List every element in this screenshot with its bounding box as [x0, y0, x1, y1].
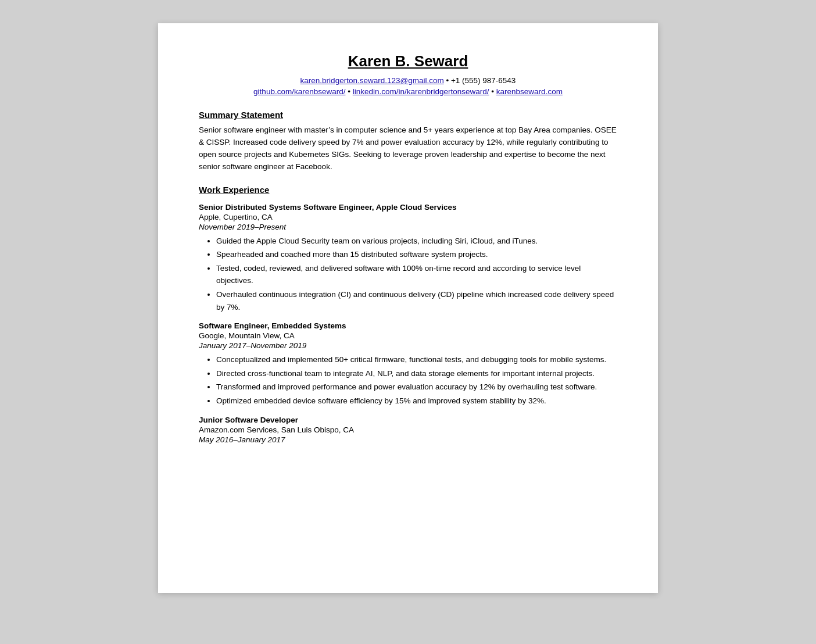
job-dates-3: May 2016–January 2017 [199, 435, 617, 444]
job-dates-2: January 2017–November 2019 [199, 341, 617, 350]
job-company-3: Amazon.com Services, San Luis Obispo, CA [199, 425, 617, 434]
job-title-1: Senior Distributed Systems Software Engi… [199, 203, 617, 212]
job-company-1: Apple, Cupertino, CA [199, 213, 617, 221]
bullet-separator-3: • [491, 87, 496, 96]
bullet-1-4: Overhauled continuous integration (CI) a… [216, 288, 617, 313]
contact-line: karen.bridgerton.seward.123@gmail.com • … [199, 76, 617, 85]
phone-number: +1 (555) 987-6543 [451, 76, 516, 85]
bullet-1-1: Guided the Apple Cloud Security team on … [216, 235, 617, 248]
work-experience-section: Work Experience Senior Distributed Syste… [199, 185, 617, 444]
website-link[interactable]: karenbseward.com [496, 87, 563, 96]
job-entry-1: Senior Distributed Systems Software Engi… [199, 203, 617, 314]
job-title-3: Junior Software Developer [199, 416, 617, 424]
bullet-2-1: Conceptualized and implemented 50+ criti… [216, 353, 617, 366]
job-bullets-1: Guided the Apple Cloud Security team on … [216, 235, 617, 314]
bullet-2-3: Transformed and improved performance and… [216, 381, 617, 393]
github-link[interactable]: github.com/karenbseward/ [253, 87, 345, 96]
job-title-2: Software Engineer, Embedded Systems [199, 321, 617, 330]
bullet-separator-2: • [348, 87, 352, 96]
resume-header: Karen B. Seward karen.bridgerton.seward.… [199, 52, 617, 96]
job-dates-1: November 2019–Present [199, 223, 617, 231]
bullet-2-2: Directed cross-functional team to integr… [216, 367, 617, 380]
job-bullets-2: Conceptualized and implemented 50+ criti… [216, 353, 617, 407]
linkedin-link[interactable]: linkedin.com/in/karenbridgertonseward/ [353, 87, 489, 96]
work-experience-title: Work Experience [199, 185, 617, 195]
job-entry-3: Junior Software Developer Amazon.com Ser… [199, 416, 617, 444]
job-company-2: Google, Mountain View, CA [199, 331, 617, 340]
email-link[interactable]: karen.bridgerton.seward.123@gmail.com [300, 76, 444, 85]
social-links-line: github.com/karenbseward/ • linkedin.com/… [199, 87, 617, 96]
bullet-1-3: Tested, coded, reviewed, and delivered s… [216, 262, 617, 287]
bullet-separator-1: • [446, 76, 450, 85]
summary-section: Summary Statement Senior software engine… [199, 110, 617, 173]
candidate-name: Karen B. Seward [199, 52, 617, 70]
resume-page: Karen B. Seward karen.bridgerton.seward.… [158, 23, 658, 593]
job-entry-2: Software Engineer, Embedded Systems Goog… [199, 321, 617, 407]
bullet-2-4: Optimized embedded device software effic… [216, 395, 617, 407]
summary-section-title: Summary Statement [199, 110, 617, 120]
summary-text: Senior software engineer with master’s i… [199, 124, 617, 173]
bullet-1-2: Spearheaded and coached more than 15 dis… [216, 248, 617, 261]
